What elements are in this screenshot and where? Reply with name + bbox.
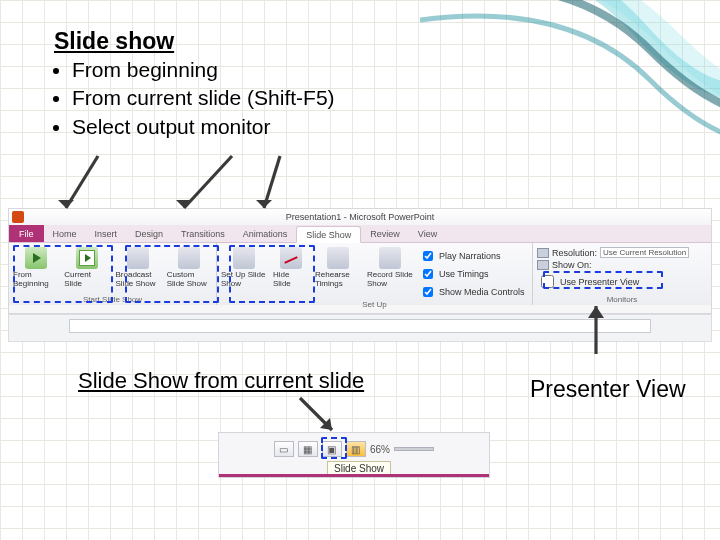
resolution-dropdown[interactable]: Use Current Resolution	[600, 247, 689, 258]
button-label: Broadcast Slide Show	[116, 270, 161, 288]
show-on-label: Show On:	[552, 260, 592, 270]
button-label: Current Slide	[64, 270, 109, 288]
group-label: Start Slide Show	[13, 295, 212, 305]
hide-slide-icon	[280, 247, 302, 269]
tab-slide-show[interactable]: Slide Show	[296, 226, 361, 243]
setup-icon	[233, 247, 255, 269]
button-label: Set Up Slide Show	[221, 270, 267, 288]
statusbar-mock: ▭ ▦ ▣ ▥ 66% Slide Show	[218, 432, 490, 478]
statusbar-accent	[219, 474, 489, 477]
clock-icon	[327, 247, 349, 269]
slide-heading: Slide show	[54, 28, 174, 55]
window-title: Presentation1 - Microsoft PowerPoint	[286, 212, 435, 222]
bullet-item: From current slide (Shift-F5)	[72, 84, 335, 112]
bullet-item: Select output monitor	[72, 113, 335, 141]
button-label: From Beginning	[13, 270, 58, 288]
callout-presenter-view: Presenter View	[530, 376, 686, 403]
hide-slide-button[interactable]: Hide Slide	[273, 245, 309, 288]
broadcast-button[interactable]: Broadcast Slide Show	[116, 245, 161, 288]
window-titlebar: Presentation1 - Microsoft PowerPoint	[9, 209, 711, 225]
bullet-item: From beginning	[72, 56, 335, 84]
group-label: Monitors	[537, 295, 707, 305]
record-icon	[379, 247, 401, 269]
tab-view[interactable]: View	[409, 225, 446, 242]
callout-slide-show-current: Slide Show from current slide	[78, 368, 364, 394]
view-normal-button[interactable]: ▭	[274, 441, 294, 457]
button-label: Record Slide Show	[367, 270, 413, 288]
monitor-icon	[537, 248, 549, 258]
tab-transitions[interactable]: Transitions	[172, 225, 234, 242]
tab-home[interactable]: Home	[44, 225, 86, 242]
group-set-up: Set Up Slide Show Hide Slide Rehearse Ti…	[217, 243, 533, 305]
view-slide-show-button[interactable]: ▥	[346, 441, 366, 457]
bullet-list: From beginning From current slide (Shift…	[54, 56, 335, 141]
play-narrations-check[interactable]: Play Narrations	[419, 248, 525, 264]
group-monitors: Resolution: Use Current Resolution Show …	[533, 243, 711, 305]
view-sorter-button[interactable]: ▦	[298, 441, 318, 457]
setup-slide-show-button[interactable]: Set Up Slide Show	[221, 245, 267, 288]
custom-show-icon	[178, 247, 200, 269]
show-media-controls-check[interactable]: Show Media Controls	[419, 284, 525, 300]
button-label: Rehearse Timings	[315, 270, 361, 288]
zoom-label: 66%	[370, 444, 390, 455]
powerpoint-ribbon: Presentation1 - Microsoft PowerPoint Fil…	[8, 208, 712, 314]
svg-marker-7	[588, 306, 604, 318]
play-current-icon	[76, 247, 98, 269]
tab-file[interactable]: File	[9, 225, 44, 242]
monitor-icon	[537, 260, 549, 270]
resolution-row[interactable]: Resolution: Use Current Resolution	[537, 247, 707, 258]
powerpoint-icon	[12, 211, 24, 223]
setup-checkboxes: Play Narrations Use Timings Show Media C…	[419, 245, 525, 300]
tab-animations[interactable]: Animations	[234, 225, 297, 242]
use-timings-check[interactable]: Use Timings	[419, 266, 525, 282]
group-start-slide-show: From Beginning Current Slide Broadcast S…	[9, 243, 217, 305]
button-label: Hide Slide	[273, 270, 309, 288]
zoom-slider[interactable]	[394, 447, 434, 451]
arrow-to-setup	[250, 150, 300, 225]
play-icon	[25, 247, 47, 269]
group-label: Set Up	[221, 300, 528, 310]
decorative-wave	[420, 0, 720, 200]
svg-marker-1	[58, 200, 74, 208]
button-label: Custom Slide Show	[167, 270, 212, 288]
ribbon-tabs: File Home Insert Design Transitions Anim…	[9, 225, 711, 243]
arrow-to-presenter-view	[572, 300, 622, 370]
view-reading-button[interactable]: ▣	[322, 441, 342, 457]
from-beginning-button[interactable]: From Beginning	[13, 245, 58, 288]
use-presenter-view-check[interactable]: Use Presenter View	[537, 272, 639, 291]
rehearse-timings-button[interactable]: Rehearse Timings	[315, 245, 361, 288]
tab-design[interactable]: Design	[126, 225, 172, 242]
broadcast-icon	[127, 247, 149, 269]
tab-insert[interactable]: Insert	[86, 225, 127, 242]
arrow-to-from-beginning	[50, 150, 110, 225]
from-current-slide-button[interactable]: Current Slide	[64, 245, 109, 288]
record-slide-show-button[interactable]: Record Slide Show	[367, 245, 413, 288]
tab-review[interactable]: Review	[361, 225, 409, 242]
arrow-to-statusbar	[290, 392, 350, 440]
custom-slide-show-button[interactable]: Custom Slide Show	[167, 245, 212, 288]
arrow-to-broadcast	[170, 150, 250, 225]
show-on-row[interactable]: Show On:	[537, 260, 707, 270]
svg-marker-5	[256, 200, 272, 208]
resolution-label: Resolution:	[552, 248, 597, 258]
